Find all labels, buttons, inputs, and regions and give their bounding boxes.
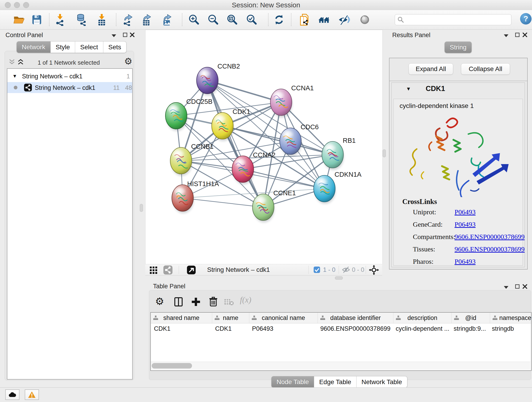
tab-sets[interactable]: Sets: [103, 41, 127, 53]
tab-network[interactable]: Network: [17, 41, 51, 53]
add-column-icon[interactable]: [191, 297, 201, 307]
node-label-CCNB2: CCNB2: [217, 63, 240, 70]
cell-namespace[interactable]: stringdb: [489, 323, 532, 334]
column-header-shared-name[interactable]: shared name: [151, 313, 212, 323]
export-network-button[interactable]: [121, 13, 135, 27]
clone-network-button[interactable]: [298, 13, 312, 27]
help-button[interactable]: ?: [520, 13, 532, 25]
refresh-button[interactable]: [272, 13, 286, 27]
network-node-CCNE1[interactable]: CCNE1: [253, 189, 296, 223]
table-panel-tabs: Node TableEdge TableNetwork Table: [271, 376, 407, 388]
cell-shared-name[interactable]: CDK1: [151, 323, 212, 334]
tab-network-table[interactable]: Network Table: [356, 376, 407, 388]
results-panel-float-icon[interactable]: [515, 32, 520, 37]
network-graph[interactable]: CCNB2CCNA1CDC25BCDK1CDC6RB1CCNB1CCNA2CDK…: [146, 30, 382, 264]
zoom-in-button[interactable]: [187, 13, 201, 27]
collapse-all-icon[interactable]: [9, 59, 15, 65]
network-canvas[interactable]: CCNB2CCNA1CDC25BCDK1CDC6RB1CCNB1CCNA2CDK…: [145, 30, 383, 264]
network-node-CCNA2[interactable]: CCNA2: [232, 151, 275, 185]
birdseye-navigator-icon[interactable]: [369, 265, 379, 275]
control-panel-float-icon[interactable]: [123, 32, 127, 37]
left-splitter-handle[interactable]: [140, 204, 143, 212]
tab-edge-table[interactable]: Edge Table: [314, 376, 356, 388]
bottom-splitter-handle[interactable]: [335, 276, 343, 280]
column-header-description[interactable]: description: [393, 313, 452, 323]
cell-database-identifier[interactable]: 9606.ENSP00000378699: [317, 323, 393, 334]
network-node-RB1[interactable]: RB1: [322, 137, 355, 170]
tab-select[interactable]: Select: [75, 41, 103, 53]
table-gear-icon[interactable]: ⚙: [155, 295, 164, 307]
scrollbar-thumb[interactable]: [152, 363, 192, 369]
expander-triangle-icon[interactable]: ▼: [12, 73, 17, 79]
crosslink-value-compartments-[interactable]: 9606.ENSP00000378699: [455, 233, 525, 241]
crosslink-value-pharos-[interactable]: P06493: [455, 258, 476, 265]
table-panel-close-icon[interactable]: [522, 284, 527, 289]
network-node-CDC6[interactable]: CDC6: [280, 123, 319, 157]
collection-label: String Network – cdk1: [22, 73, 82, 80]
import-network-from-database-button[interactable]: [74, 13, 88, 27]
node-label-CDC6: CDC6: [301, 123, 319, 131]
tab-node-table[interactable]: Node Table: [271, 376, 314, 388]
table-panel-float-icon[interactable]: [515, 284, 520, 289]
hidden-eye-slash-icon[interactable]: [342, 266, 350, 274]
cell-name[interactable]: CDK1: [212, 323, 249, 334]
network-row[interactable]: String Network – cdk1 11 48: [7, 82, 132, 93]
export-image-button[interactable]: [160, 13, 174, 27]
selected-checkbox-icon[interactable]: [313, 266, 320, 273]
toolbar-search[interactable]: [395, 14, 511, 25]
table-horizontal-scrollbar[interactable]: [151, 362, 530, 370]
warnings-button[interactable]: [25, 389, 39, 400]
cloud-button[interactable]: [5, 389, 19, 400]
network-share-icon[interactable]: [163, 265, 173, 275]
detach-view-icon[interactable]: [186, 265, 196, 275]
network-edge[interactable]: [183, 198, 263, 207]
presentation-sphere-button[interactable]: [358, 13, 372, 27]
expand-all-button[interactable]: Expand All: [409, 63, 453, 75]
save-session-button[interactable]: [30, 13, 44, 27]
network-options-gear-icon[interactable]: ⚙: [124, 56, 133, 66]
column-header-namespace[interactable]: namespace: [490, 313, 532, 323]
node-table[interactable]: shared namenamecanonical namedatabase id…: [150, 312, 532, 371]
network-node-CDKN1A[interactable]: CDKN1A: [314, 171, 361, 204]
column-header-database-identifier[interactable]: database identifier: [318, 313, 393, 323]
hide-unhide-button[interactable]: [337, 13, 351, 27]
control-panel-close-icon[interactable]: [130, 32, 135, 37]
show-columns-icon[interactable]: [173, 297, 184, 307]
tab-style[interactable]: Style: [51, 41, 75, 53]
export-table-button[interactable]: [140, 13, 154, 27]
cell-description[interactable]: cyclin-dependent ...: [393, 323, 450, 334]
network-collection-row[interactable]: ▼ String Network – cdk1 1: [7, 70, 132, 82]
entry-expander-triangle-icon[interactable]: ▼: [406, 86, 411, 92]
zoom-out-button[interactable]: [206, 13, 220, 27]
tab-string[interactable]: String: [444, 41, 472, 53]
export-image-icon: [161, 13, 173, 26]
cell-canonical-name[interactable]: P06493: [249, 323, 317, 334]
crosslink-value-tissues-[interactable]: 9606.ENSP00000378699: [455, 245, 525, 253]
network-edge[interactable]: [207, 80, 263, 207]
table-panel-menu-icon[interactable]: [504, 286, 509, 289]
show-all-networks-button[interactable]: [317, 13, 331, 27]
search-input[interactable]: [406, 15, 508, 24]
import-network-button[interactable]: [53, 13, 67, 27]
crosslink-value-uniprot-[interactable]: P06493: [455, 208, 476, 216]
control-panel-menu-icon[interactable]: [111, 34, 116, 37]
zoom-fit-button[interactable]: [225, 13, 239, 27]
open-session-button[interactable]: [12, 13, 26, 27]
column-header-name[interactable]: name: [212, 313, 249, 323]
table-row[interactable]: CDK1CDK1P064939606.ENSP00000378699cyclin…: [151, 323, 532, 334]
collapse-all-button[interactable]: Collapse All: [461, 63, 510, 75]
results-panel-menu-icon[interactable]: [504, 34, 509, 37]
crosslink-label-uniprot-: Uniprot:: [413, 208, 436, 216]
zoom-selected-button[interactable]: [245, 13, 259, 27]
column-header--id[interactable]: @id: [452, 313, 490, 323]
delete-column-icon[interactable]: [208, 296, 218, 307]
node-label-CDC25B: CDC25B: [186, 98, 212, 105]
crosslink-value-genecard-[interactable]: P06493: [455, 220, 476, 228]
column-header-canonical-name[interactable]: canonical name: [249, 313, 318, 323]
import-table-button[interactable]: [95, 13, 109, 27]
cell--id[interactable]: stringdb:9...: [450, 323, 489, 334]
grid-view-icon[interactable]: [149, 266, 158, 274]
results-panel-close-icon[interactable]: [522, 32, 527, 37]
right-splitter-handle[interactable]: [383, 149, 386, 157]
network-node-HIST1H1A[interactable]: HIST1H1A: [172, 180, 219, 213]
